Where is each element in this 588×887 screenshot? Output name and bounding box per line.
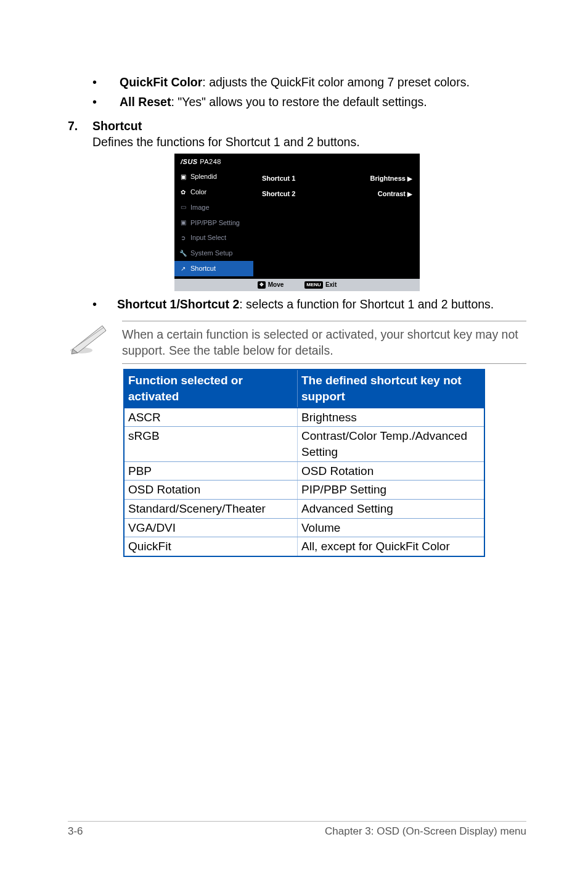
support-table: Function selected or activated The defin… (123, 369, 485, 556)
table-row: sRGBContrast/Color Temp./Advanced Settin… (124, 427, 484, 461)
osd-right-row: Shortcut 2Contrast ▶ (262, 188, 412, 204)
page-content: QuickFit Color: adjusts the QuickFit col… (0, 0, 588, 557)
osd-foot-exit: MENUExit (304, 281, 337, 289)
exit-key-icon: MENU (304, 281, 323, 289)
section-number: 7. (68, 118, 92, 134)
note-block: When a certain function is selected or a… (68, 321, 526, 365)
table-row: QuickFitAll, except for QuickFit Color (124, 537, 484, 556)
table-cell: ASCR (124, 408, 298, 427)
asus-logo-text: /SUS (181, 158, 198, 165)
bullet-strong: Shortcut 1/Shortcut 2 (117, 297, 239, 311)
section-title: Shortcut (92, 119, 142, 133)
table-header-row: Function selected or activated The defin… (124, 369, 484, 407)
pencil-note-icon (68, 321, 116, 355)
bullet-rest: : selects a function for Shortcut 1 and … (239, 297, 494, 311)
section-heading-row: 7.Shortcut (68, 118, 526, 134)
osd-menu-label: Color (190, 188, 206, 197)
table-cell: PIP/PBP Setting (298, 481, 485, 500)
osd-right-row: Shortcut 1Brightness ▶ (262, 173, 412, 188)
osd-footer: ✥Move MENUExit (174, 279, 420, 291)
table-cell: All, except for QuickFit Color (298, 537, 485, 556)
table-cell: Brightness (298, 408, 485, 427)
osd-menu-icon: ↗ (179, 265, 187, 273)
osd-menu-label: PIP/PBP Setting (190, 218, 240, 228)
section-description: Defines the functions for Shortcut 1 and… (92, 134, 526, 150)
osd-menu-label: Shortcut (190, 264, 216, 273)
osd-menu-label: Image (190, 203, 210, 212)
footer-page-number: 3-6 (68, 825, 83, 838)
bullet-strong: QuickFit Color (120, 75, 202, 89)
note-text: When a certain function is selected or a… (122, 321, 526, 365)
osd-row-left: Shortcut 2 (262, 189, 295, 199)
osd-menu-label: Input Select (190, 233, 226, 242)
osd-menu-icon: 🔧 (179, 249, 187, 258)
osd-right-pane: Shortcut 1Brightness ▶Shortcut 2Contrast… (253, 169, 420, 276)
osd-menu-item: ▣Splendid (174, 169, 253, 184)
osd-menu-item: 🔧System Setup (174, 245, 253, 261)
move-key-icon: ✥ (258, 281, 266, 289)
osd-menu-icon: ▣ (179, 218, 187, 227)
table-row: ASCRBrightness (124, 408, 484, 427)
table-row: PBPOSD Rotation (124, 461, 484, 481)
table-row: VGA/DVIVolume (124, 518, 484, 537)
osd-menu-item: ➲Input Select (174, 230, 253, 245)
osd-menu-icon: ✿ (179, 188, 187, 197)
table-row: OSD RotationPIP/PBP Setting (124, 481, 484, 500)
osd-menu-icon: ▭ (179, 203, 187, 212)
exit-label: Exit (325, 281, 337, 288)
osd-menu-item: ✿Color (174, 184, 253, 200)
table-cell: sRGB (124, 427, 298, 461)
table-header-2: The defined shortcut key not support (298, 369, 485, 407)
table-row: Standard/Scenery/TheaterAdvanced Setting (124, 499, 484, 518)
shortcut-bullet-list: Shortcut 1/Shortcut 2: selects a functio… (68, 296, 526, 312)
osd-header: /SUS PA248 (174, 154, 420, 169)
osd-model: PA248 (200, 158, 221, 165)
bullet-strong: All Reset (120, 95, 171, 109)
move-label: Move (268, 281, 284, 288)
osd-menu-item: ▣PIP/PBP Setting (174, 215, 253, 231)
list-item: QuickFit Color: adjusts the QuickFit col… (92, 74, 526, 90)
top-bullet-list: QuickFit Color: adjusts the QuickFit col… (92, 74, 526, 110)
osd-foot-move: ✥Move (258, 281, 284, 289)
table-cell: PBP (124, 461, 298, 481)
svg-line-3 (75, 328, 104, 347)
table-cell: Contrast/Color Temp./Advanced Setting (298, 427, 485, 461)
osd-menu-label: System Setup (190, 249, 232, 258)
table-cell: Advanced Setting (298, 499, 485, 518)
osd-menu-icon: ▣ (179, 173, 187, 181)
osd-row-right: Contrast ▶ (378, 189, 412, 199)
bullet-rest: : adjusts the QuickFit color among 7 pre… (202, 75, 470, 89)
footer-chapter: Chapter 3: OSD (On-Screen Display) menu (325, 825, 526, 838)
table-cell: Volume (298, 518, 485, 537)
osd-row-left: Shortcut 1 (262, 174, 295, 183)
osd-menu-item: ▭Image (174, 200, 253, 215)
osd-row-right: Brightness ▶ (370, 174, 412, 183)
table-cell: OSD Rotation (298, 461, 485, 481)
list-item: All Reset: "Yes" allows you to restore t… (92, 94, 526, 110)
osd-screenshot: /SUS PA248 ▣Splendid✿Color▭Image▣PIP/PBP… (174, 154, 420, 291)
osd-menu-item: ↗Shortcut (174, 261, 253, 276)
osd-menu-label: Splendid (190, 172, 217, 181)
bullet-rest: : "Yes" allows you to restore the defaul… (171, 95, 427, 109)
osd-left-menu: ▣Splendid✿Color▭Image▣PIP/PBP Setting➲In… (174, 169, 253, 276)
table-cell: QuickFit (124, 537, 298, 556)
osd-menu-icon: ➲ (179, 234, 187, 242)
chevron-right-icon: ▶ (407, 191, 412, 197)
list-item: Shortcut 1/Shortcut 2: selects a functio… (68, 296, 526, 312)
osd-body: ▣Splendid✿Color▭Image▣PIP/PBP Setting➲In… (174, 169, 420, 276)
page-footer: 3-6 Chapter 3: OSD (On-Screen Display) m… (68, 821, 526, 838)
table-cell: VGA/DVI (124, 518, 298, 537)
table-cell: OSD Rotation (124, 481, 298, 500)
table-cell: Standard/Scenery/Theater (124, 499, 298, 518)
table-header-1: Function selected or activated (124, 369, 298, 407)
chevron-right-icon: ▶ (407, 175, 412, 182)
